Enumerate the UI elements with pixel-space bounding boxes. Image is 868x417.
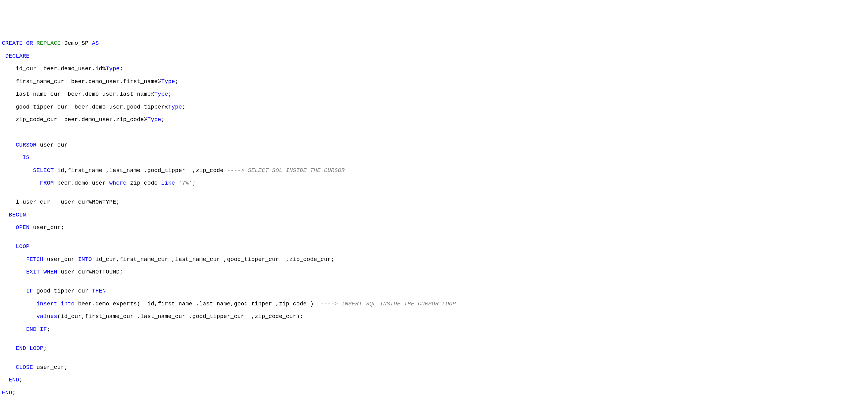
text: zip_code_cur beer.demo_user.zip_code% — [2, 117, 148, 123]
text: beer.demo_experts( id,first_name ,last_n… — [74, 301, 320, 307]
text: ; — [43, 345, 47, 352]
comment: ----> INSERT — [320, 301, 366, 307]
text: Demo_SP — [61, 40, 92, 47]
keyword: Type — [148, 117, 161, 123]
text — [2, 212, 9, 218]
text: user_cur; — [33, 364, 68, 371]
text — [36, 326, 40, 333]
keyword: CREATE — [2, 40, 23, 47]
text — [2, 326, 26, 333]
code-line: IS — [2, 155, 868, 161]
keyword: BEGIN — [9, 212, 26, 218]
text: user_cur — [36, 142, 68, 148]
keyword: SELECT — [33, 168, 54, 174]
keyword: END — [16, 345, 26, 352]
code-line: values(id_cur,first_name_cur ,last_name_… — [2, 314, 868, 320]
text — [2, 377, 9, 383]
keyword: END — [2, 390, 12, 396]
keyword: Type — [154, 91, 168, 97]
keyword: like — [161, 180, 175, 186]
text: ; — [12, 390, 16, 396]
code-line: END; — [2, 390, 868, 396]
text: user_cur — [43, 256, 78, 263]
keyword: CURSOR — [16, 142, 36, 148]
code-line: FROM beer.demo_user where zip_code like … — [2, 180, 868, 187]
text — [40, 269, 43, 275]
keyword: OPEN — [16, 225, 29, 231]
text — [2, 288, 26, 294]
text — [2, 243, 16, 250]
keyword: FROM — [40, 180, 54, 186]
text — [2, 314, 36, 320]
code-line: DECLARE — [2, 53, 868, 60]
text — [2, 345, 16, 352]
text: good_tipper_cur — [33, 288, 92, 294]
text — [2, 142, 16, 148]
text: good_tipper_cur beer.demo_user.good_tipp… — [2, 104, 168, 110]
keyword: IF — [40, 326, 47, 333]
keyword: WHEN — [43, 269, 57, 275]
keyword: DECLARE — [5, 53, 29, 59]
code-line: first_name_cur beer.demo_user.first_name… — [2, 79, 868, 85]
text — [2, 168, 33, 174]
text: ; — [168, 91, 172, 97]
text — [2, 53, 5, 59]
keyword: INTO — [78, 256, 92, 263]
code-line: good_tipper_cur beer.demo_user.good_tipp… — [2, 104, 868, 111]
text — [33, 40, 36, 47]
keyword: THEN — [92, 288, 106, 294]
comment: ----> SELECT SQL INSIDE THE CURSOR — [227, 168, 345, 174]
text: ; — [175, 79, 178, 85]
code-line: END LOOP; — [2, 346, 868, 352]
keyword: insert — [36, 301, 57, 307]
text: id,first_name ,last_name ,good_tipper ,z… — [54, 168, 227, 174]
keyword: LOOP — [16, 243, 29, 250]
text: ; — [161, 117, 164, 123]
keyword: where — [109, 180, 127, 186]
keyword: EXIT — [26, 269, 40, 275]
text: id_cur,first_name_cur ,last_name_cur ,go… — [92, 256, 334, 263]
keyword: IF — [26, 288, 33, 294]
text — [2, 256, 26, 263]
text: beer.demo_user — [54, 180, 110, 186]
text — [26, 345, 29, 352]
text — [2, 225, 16, 231]
text: user_cur; — [29, 225, 64, 231]
code-line: l_user_cur user_cur%ROWTYPE; — [2, 199, 868, 206]
text: ; — [192, 180, 196, 186]
code-line: zip_code_cur beer.demo_user.zip_code%Typ… — [2, 117, 868, 123]
code-line: END; — [2, 377, 868, 384]
code-line: id_cur beer.demo_user.id%Type; — [2, 66, 868, 72]
code-line: BEGIN — [2, 212, 868, 219]
keyword: Type — [168, 104, 182, 110]
keyword: AS — [92, 40, 99, 47]
code-line: CURSOR user_cur — [2, 142, 868, 149]
code-line: last_name_cur beer.demo_user.last_name%T… — [2, 91, 868, 98]
code-line: SELECT id,first_name ,last_name ,good_ti… — [2, 168, 868, 174]
keyword: values — [36, 314, 57, 320]
text: id_cur beer.demo_user.id% — [2, 66, 106, 72]
keyword: CLOSE — [16, 364, 33, 371]
keyword: Type — [161, 79, 175, 85]
text: ; — [182, 104, 185, 110]
code-line: END IF; — [2, 327, 868, 333]
text — [57, 301, 61, 307]
code-line: insert into beer.demo_experts( id,first_… — [2, 301, 868, 307]
code-line: FETCH user_cur INTO id_cur,first_name_cu… — [2, 257, 868, 263]
string: '7%' — [178, 180, 192, 186]
keyword: Type — [106, 66, 120, 72]
text: last_name_cur beer.demo_user.last_name% — [2, 91, 154, 97]
code-line: OPEN user_cur; — [2, 225, 868, 231]
code-line: CREATE OR REPLACE Demo_SP AS — [2, 40, 868, 47]
code-block: CREATE OR REPLACE Demo_SP AS DECLARE id_… — [0, 25, 868, 403]
code-line: LOOP — [2, 244, 868, 250]
text: l_user_cur user_cur%ROWTYPE; — [2, 199, 120, 205]
code-line: CLOSE user_cur; — [2, 364, 868, 371]
text — [23, 40, 26, 47]
code-line: EXIT WHEN user_cur%NOTFOUND; — [2, 269, 868, 276]
text: (id_cur,first_name_cur ,last_name_cur ,g… — [57, 314, 303, 320]
text: first_name_cur beer.demo_user.first_name… — [2, 79, 161, 85]
comment: SQL INSIDE THE CURSOR LOOP — [366, 301, 456, 307]
text: zip_code — [127, 180, 161, 186]
keyword: REPLACE — [36, 40, 61, 47]
